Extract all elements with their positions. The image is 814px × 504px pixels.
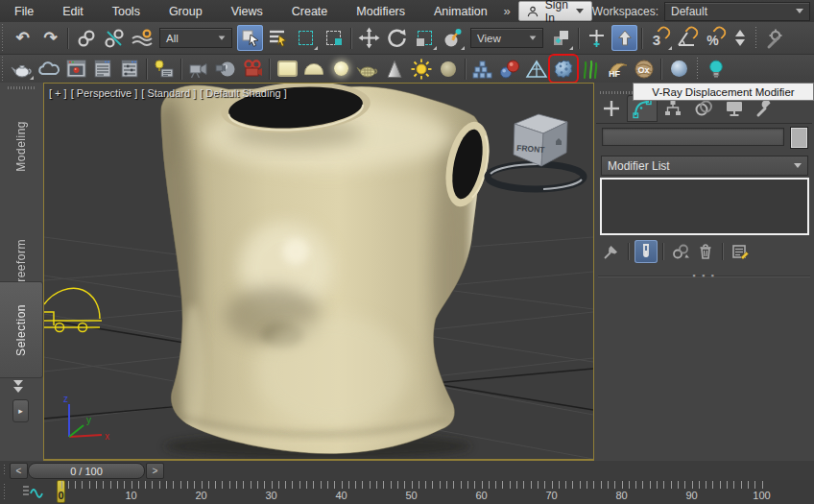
keyboard-shortcut-override-toggle[interactable] bbox=[611, 25, 637, 51]
menu-tools[interactable]: Tools bbox=[98, 1, 155, 22]
ruler-tick bbox=[495, 481, 496, 489]
vray-fur-button[interactable] bbox=[578, 57, 603, 81]
vr-camera-button[interactable] bbox=[213, 57, 238, 81]
up-arrow-icon bbox=[614, 28, 635, 49]
show-end-result-button[interactable] bbox=[634, 240, 658, 263]
percent-snap-toggle-button[interactable]: % bbox=[703, 25, 729, 51]
object-color-swatch[interactable] bbox=[790, 127, 808, 149]
remove-modifier-button[interactable] bbox=[694, 240, 717, 263]
tab-modeling[interactable]: Modeling bbox=[0, 101, 42, 192]
snaps-toggle-3d-button[interactable]: 3 bbox=[647, 25, 673, 51]
object-name-input[interactable] bbox=[602, 128, 784, 146]
ribbon-grip[interactable] bbox=[8, 86, 36, 89]
light-lister-button[interactable] bbox=[152, 57, 177, 81]
sign-in-button[interactable]: Sign In bbox=[518, 1, 592, 21]
window-crossing-toggle-button[interactable] bbox=[321, 25, 347, 51]
vray-metaball-button[interactable] bbox=[497, 57, 522, 81]
workspaces-dropdown[interactable]: Default bbox=[664, 2, 810, 21]
modifier-stack-buttons bbox=[600, 239, 809, 264]
make-unique-button[interactable] bbox=[669, 240, 692, 263]
select-and-place-button[interactable] bbox=[440, 25, 466, 51]
previous-frame-button[interactable]: < bbox=[10, 463, 28, 479]
viewport-menu-renderer[interactable]: [ Standard ] bbox=[141, 87, 196, 99]
vray-ies-light-button[interactable] bbox=[382, 57, 407, 81]
vray-frame-buffer-button[interactable] bbox=[63, 57, 88, 81]
viewcube[interactable]: FRONT bbox=[488, 114, 584, 189]
perspective-viewport[interactable]: [ + ] [ Perspective ] [ Standard ] [ Def… bbox=[43, 83, 594, 461]
vray-dome-light-button[interactable] bbox=[301, 57, 326, 81]
metaball-icon bbox=[498, 59, 521, 80]
create-plus-icon bbox=[602, 99, 621, 118]
mini-curve-icon[interactable] bbox=[21, 484, 46, 499]
select-and-manipulate-button[interactable] bbox=[584, 25, 610, 51]
menu-file[interactable]: File bbox=[0, 1, 48, 22]
vray-render-button[interactable] bbox=[10, 57, 35, 81]
hair-farm-button[interactable]: HF bbox=[605, 57, 630, 81]
menu-views[interactable]: Views bbox=[217, 1, 277, 22]
vray-mesh-light-button[interactable] bbox=[355, 57, 380, 81]
vray-light-button[interactable] bbox=[704, 57, 729, 81]
tab-selection[interactable]: Selection bbox=[0, 281, 43, 378]
ribbon-minimize-chevrons[interactable] bbox=[13, 380, 23, 393]
menu-group[interactable]: Group bbox=[155, 1, 217, 22]
modifier-stack-list[interactable] bbox=[600, 178, 809, 235]
scene-brush-button[interactable] bbox=[762, 25, 788, 51]
redo-button[interactable]: ↷ bbox=[37, 25, 63, 51]
film-camera-button[interactable] bbox=[240, 57, 265, 81]
ruler-tick bbox=[391, 481, 392, 489]
tab-create[interactable] bbox=[596, 95, 627, 122]
use-pivot-point-center-button[interactable] bbox=[548, 25, 574, 51]
vray-sun-button[interactable] bbox=[409, 57, 434, 81]
track-bar: < 0 / 100 > bbox=[0, 461, 814, 481]
vray-sphere-light-button[interactable] bbox=[328, 57, 353, 81]
rollout-grip-dots[interactable]: ▪ ▪ ▪ bbox=[692, 271, 716, 280]
physical-camera-button[interactable] bbox=[186, 57, 211, 81]
configure-modifier-sets-button[interactable] bbox=[729, 240, 752, 263]
chaos-cloud-button[interactable] bbox=[36, 57, 61, 81]
trackbar-grip[interactable] bbox=[3, 465, 7, 476]
ruler-tick bbox=[699, 481, 700, 489]
render-elements-button[interactable] bbox=[117, 57, 142, 81]
vray-displacement-modifier-button[interactable] bbox=[551, 57, 576, 81]
time-slider[interactable]: 0 / 100 bbox=[28, 463, 145, 479]
timeline-ruler[interactable]: 0102030405060708090100 bbox=[0, 480, 814, 504]
selection-filter-dropdown[interactable]: All bbox=[159, 28, 232, 48]
menu-edit[interactable]: Edit bbox=[48, 1, 98, 22]
select-by-name-button[interactable] bbox=[265, 25, 291, 51]
toolbar-grip[interactable] bbox=[1, 57, 5, 81]
undo-button[interactable]: ↶ bbox=[10, 25, 36, 51]
menu-modifiers[interactable]: Modifiers bbox=[342, 1, 419, 22]
vray-proxy-button[interactable] bbox=[470, 57, 495, 81]
vray-sphere-object-button[interactable] bbox=[436, 57, 461, 81]
select-and-link-button[interactable] bbox=[73, 25, 99, 51]
rectangular-selection-region-button[interactable] bbox=[293, 25, 319, 51]
vray-plane-button[interactable] bbox=[524, 57, 549, 81]
select-and-rotate-button[interactable] bbox=[384, 25, 410, 51]
unlink-selection-button[interactable] bbox=[101, 25, 127, 51]
vray-hemisphere-button[interactable] bbox=[666, 57, 691, 81]
ornatrix-button[interactable]: Ox bbox=[632, 57, 657, 81]
toolbar-grip[interactable] bbox=[1, 24, 5, 52]
modifier-list-dropdown[interactable]: Modifier List bbox=[601, 156, 808, 176]
vray-plane-light-button[interactable] bbox=[275, 57, 299, 81]
menu-overflow-chevron[interactable]: » bbox=[504, 4, 511, 18]
separator bbox=[146, 59, 148, 80]
ruler-tick bbox=[516, 481, 517, 489]
ribbon-flyout-button[interactable]: ▸ bbox=[12, 399, 29, 422]
ruler-grip[interactable] bbox=[3, 484, 7, 500]
select-and-scale-button[interactable] bbox=[412, 25, 438, 51]
menu-create[interactable]: Create bbox=[277, 1, 343, 22]
menu-animation[interactable]: Animation bbox=[419, 1, 502, 22]
next-frame-button[interactable]: > bbox=[146, 463, 164, 479]
viewport-menu-general[interactable]: [ + ] bbox=[49, 87, 67, 99]
angle-snap-toggle-button[interactable] bbox=[675, 25, 701, 51]
bind-to-space-warp-button[interactable] bbox=[129, 25, 155, 51]
select-object-button[interactable] bbox=[237, 25, 263, 51]
pin-stack-button[interactable] bbox=[600, 240, 623, 263]
viewport-menu-pov[interactable]: [ Perspective ] bbox=[71, 87, 138, 99]
reference-coordinate-system-dropdown[interactable]: View bbox=[470, 28, 543, 48]
select-and-move-button[interactable] bbox=[356, 25, 382, 51]
viewport-menu-shading[interactable]: [ Default Shading ] bbox=[200, 87, 287, 99]
render-settings-button[interactable] bbox=[90, 57, 115, 81]
spinner-snap-toggle-button[interactable] bbox=[730, 25, 750, 51]
